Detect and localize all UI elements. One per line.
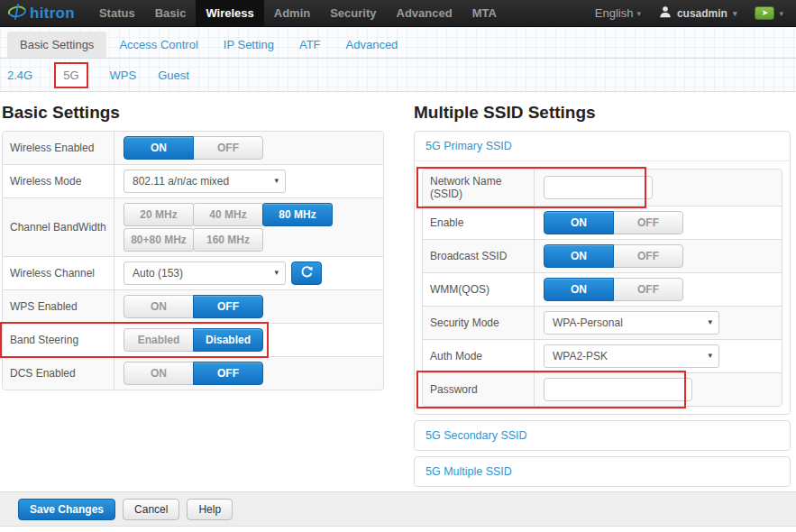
nav-item-basic[interactable]: Basic — [145, 0, 197, 26]
bandwidth-160mhz-button[interactable]: 160 MHz — [193, 228, 263, 252]
wireless-enabled-label: Wireless Enabled — [3, 132, 114, 164]
band-steering-disabled-button[interactable]: Disabled — [193, 328, 263, 352]
row-channel-bandwidth: Channel BandWidth 20 MHz 40 MHz 80 MHz 8… — [3, 197, 383, 256]
password-input[interactable] — [544, 378, 692, 401]
row-wmm-qos: WMM(QOS) ON OFF — [423, 272, 782, 306]
chevron-down-icon: ▾ — [779, 9, 783, 18]
bandwidth-80plus80mhz-button[interactable]: 80+80 MHz — [124, 228, 194, 252]
wmm-qos-label: WMM(QOS) — [423, 273, 535, 306]
security-mode-label: Security Mode — [423, 307, 535, 339]
dcs-off-button[interactable]: OFF — [193, 362, 263, 385]
wireless-mode-label: Wireless Mode — [3, 165, 114, 197]
wireless-channel-label: Wireless Channel — [3, 257, 114, 289]
secondary-ssid-accordion-header[interactable]: 5G Secondary SSID — [415, 421, 790, 450]
cancel-button[interactable]: Cancel — [123, 499, 179, 520]
brand-logo[interactable]: hitron — [7, 0, 75, 26]
wireless-enabled-off-button[interactable]: OFF — [193, 136, 263, 160]
row-wireless-enabled: Wireless Enabled ON OFF — [3, 132, 383, 164]
wireless-channel-select[interactable]: Auto (153) ▾ — [124, 261, 286, 285]
enable-off-button[interactable]: OFF — [613, 211, 683, 234]
nav-item-admin[interactable]: Admin — [264, 0, 320, 26]
hitron-swirl-icon — [7, 2, 27, 25]
multiple-ssid-panel: 5G Multiple SSID — [414, 456, 791, 487]
primary-ssid-accordion-header[interactable]: 5G Primary SSID — [415, 132, 790, 161]
row-band-steering: Band Steering Enabled Disabled — [3, 323, 383, 356]
wmm-off-button[interactable]: OFF — [613, 278, 683, 301]
tab-access-control[interactable]: Access Control — [106, 32, 210, 58]
channel-bandwidth-label: Channel BandWidth — [3, 198, 114, 256]
nav-item-security[interactable]: Security — [320, 0, 386, 26]
save-changes-button[interactable]: Save Changes — [18, 499, 115, 520]
language-label: English — [595, 6, 634, 20]
wps-enabled-toggle: ON OFF — [124, 295, 263, 318]
help-button[interactable]: Help — [187, 499, 233, 520]
chevron-down-icon: ▾ — [274, 268, 279, 277]
nav-item-mta[interactable]: MTA — [462, 0, 507, 26]
chevron-down-icon: ▾ — [274, 176, 279, 185]
wmm-on-button[interactable]: ON — [544, 278, 614, 301]
enable-toggle: ON OFF — [544, 211, 683, 234]
row-network-name: Network Name (SSID) — [423, 170, 782, 206]
network-name-input[interactable] — [544, 176, 653, 199]
subtab-5g[interactable]: 5G — [54, 62, 87, 88]
broadcast-off-button[interactable]: OFF — [613, 244, 683, 268]
nav-item-status[interactable]: Status — [89, 0, 145, 26]
row-auth-mode: Auth Mode WPA2-PSK ▾ — [423, 339, 782, 372]
wps-on-button[interactable]: ON — [124, 295, 194, 318]
secondary-ssid-panel: 5G Secondary SSID — [414, 420, 791, 451]
nav-item-advanced[interactable]: Advanced — [387, 0, 462, 26]
row-password: Password — [423, 372, 782, 406]
band-steering-label: Band Steering — [3, 324, 114, 356]
enable-label: Enable — [423, 206, 535, 239]
dcs-on-button[interactable]: ON — [124, 362, 194, 385]
subtab-guest[interactable]: Guest — [158, 69, 189, 82]
auth-mode-value: WPA2-PSK — [553, 350, 608, 362]
wireless-mode-select[interactable]: 802.11 a/n/ac mixed ▾ — [124, 170, 286, 193]
bandwidth-80mhz-button[interactable]: 80 MHz — [262, 203, 333, 226]
tab-atf[interactable]: ATF — [287, 32, 334, 58]
subtab-wps[interactable]: WPS — [110, 69, 137, 82]
wireless-tabs: Basic Settings Access Control IP Setting… — [0, 27, 796, 59]
channel-refresh-button[interactable] — [291, 261, 322, 285]
broadcast-on-button[interactable]: ON — [544, 244, 614, 268]
status-indicator-dropdown[interactable]: ➤ ▾ — [755, 6, 783, 20]
bandwidth-40mhz-button[interactable]: 40 MHz — [193, 203, 263, 226]
enable-on-button[interactable]: ON — [544, 211, 614, 234]
auth-mode-select[interactable]: WPA2-PSK ▾ — [544, 344, 719, 368]
tab-ip-setting[interactable]: IP Setting — [211, 32, 287, 58]
row-wps-enabled: WPS Enabled ON OFF — [3, 289, 383, 323]
wireless-enabled-on-button[interactable]: ON — [124, 136, 194, 160]
dcs-enabled-label: DCS Enabled — [3, 357, 114, 390]
tab-advanced[interactable]: Advanced — [334, 32, 411, 58]
language-dropdown[interactable]: English ▾ — [595, 6, 641, 20]
green-status-icon: ➤ — [755, 6, 774, 20]
top-navbar: hitron Status Basic Wireless Admin Secur… — [0, 0, 796, 27]
navbar-right: English ▾ cusadmin ▾ ➤ ▾ — [595, 0, 796, 26]
username-label: cusadmin — [677, 7, 727, 20]
row-security-mode: Security Mode WPA-Personal ▾ — [423, 306, 782, 339]
wireless-channel-value: Auto (153) — [133, 267, 183, 280]
network-name-label: Network Name (SSID) — [423, 170, 535, 206]
primary-ssid-panel: 5G Primary SSID Network Name (SSID) Enab… — [414, 131, 791, 415]
subtab-2-4g[interactable]: 2.4G — [7, 69, 32, 82]
main-menu: Status Basic Wireless Admin Security Adv… — [89, 0, 507, 26]
user-dropdown[interactable]: cusadmin ▾ — [659, 5, 737, 21]
chevron-down-icon: ▾ — [636, 9, 641, 18]
main-content: Basic Settings Wireless Enabled ON OFF W… — [0, 92, 796, 492]
band-steering-enabled-button[interactable]: Enabled — [124, 328, 194, 352]
tab-basic-settings[interactable]: Basic Settings — [7, 32, 106, 58]
security-mode-select[interactable]: WPA-Personal ▾ — [544, 311, 719, 335]
refresh-icon — [300, 265, 314, 281]
row-wireless-mode: Wireless Mode 802.11 a/n/ac mixed ▾ — [3, 164, 383, 197]
tab-strip: Basic Settings Access Control IP Setting… — [0, 27, 796, 92]
row-dcs-enabled: DCS Enabled ON OFF — [3, 356, 383, 390]
wps-off-button[interactable]: OFF — [193, 295, 263, 318]
bandwidth-20mhz-button[interactable]: 20 MHz — [124, 203, 194, 226]
password-label: Password — [423, 373, 535, 406]
band-steering-toggle: Enabled Disabled — [124, 328, 263, 352]
row-wireless-channel: Wireless Channel Auto (153) ▾ — [3, 256, 383, 289]
nav-item-wireless[interactable]: Wireless — [196, 0, 263, 26]
multiple-ssid-accordion-header[interactable]: 5G Multiple SSID — [415, 457, 790, 486]
channel-bandwidth-group: 20 MHz 40 MHz 80 MHz 80+80 MHz 160 MHz — [124, 203, 336, 252]
security-mode-value: WPA-Personal — [553, 316, 623, 329]
